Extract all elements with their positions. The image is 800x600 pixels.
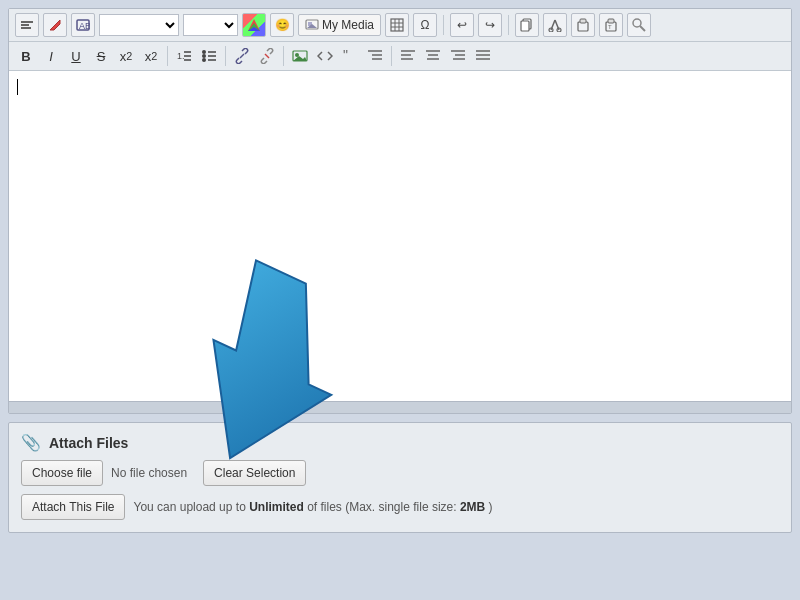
image-btn[interactable] — [289, 45, 311, 67]
svg-marker-3 — [50, 20, 60, 30]
svg-point-43 — [295, 53, 299, 57]
attach-row1: Choose file No file chosen Clear Selecti… — [21, 460, 779, 486]
editor-bottom-bar — [9, 401, 791, 413]
no-file-text: No file chosen — [111, 466, 187, 480]
editor-area[interactable] — [9, 71, 791, 401]
svg-rect-2 — [21, 27, 31, 29]
paperclip-icon: 📎 — [21, 433, 41, 452]
copy-btn[interactable] — [515, 13, 539, 37]
svg-text:T: T — [608, 24, 612, 30]
paste-text-btn[interactable]: T — [599, 13, 623, 37]
upload-info-suffix: ) — [489, 500, 493, 514]
redo-btn[interactable]: ↪ — [478, 13, 502, 37]
separator4 — [225, 46, 226, 66]
svg-rect-18 — [521, 21, 529, 31]
attach-title: 📎 Attach Files — [21, 433, 779, 452]
svg-point-28 — [633, 19, 641, 27]
separator3 — [167, 46, 168, 66]
svg-line-40 — [240, 54, 244, 58]
align-right-btn[interactable] — [447, 45, 469, 67]
find-btn[interactable] — [627, 13, 651, 37]
align-left-btn[interactable] — [397, 45, 419, 67]
choose-file-btn[interactable]: Choose file — [21, 460, 103, 486]
upload-limit: Unlimited — [249, 500, 304, 514]
size-select[interactable]: Size — [183, 14, 238, 36]
svg-rect-12 — [391, 19, 403, 31]
attach-file-btn[interactable]: Attach This File — [21, 494, 125, 520]
paste-btn[interactable] — [571, 13, 595, 37]
emoji-btn[interactable]: 😊 — [270, 13, 294, 37]
undo-btn[interactable]: ↩ — [450, 13, 474, 37]
spell-check-btn[interactable]: AB — [71, 13, 95, 37]
svg-marker-44 — [293, 56, 307, 61]
svg-point-35 — [202, 54, 206, 58]
editor-container: AB Font Size 😊 My Media Ω ↩ ↪ — [8, 8, 792, 414]
eraser-btn[interactable] — [43, 13, 67, 37]
ordered-list-btn[interactable]: 1. — [173, 45, 195, 67]
svg-point-34 — [202, 50, 206, 54]
separator5 — [283, 46, 284, 66]
table-btn[interactable] — [385, 13, 409, 37]
italic-btn[interactable]: I — [40, 45, 62, 67]
underline-btn[interactable]: U — [65, 45, 87, 67]
strikethrough-btn[interactable]: S — [90, 45, 112, 67]
my-media-btn[interactable]: My Media — [298, 14, 381, 36]
attach-title-text: Attach Files — [49, 435, 128, 451]
source-btn[interactable] — [15, 13, 39, 37]
cut-btn[interactable] — [543, 13, 567, 37]
svg-text:": " — [343, 48, 348, 63]
unordered-list-btn[interactable] — [198, 45, 220, 67]
svg-point-36 — [202, 58, 206, 62]
svg-text:AB: AB — [79, 21, 90, 31]
upload-size: 2MB — [460, 500, 485, 514]
indent-btn[interactable] — [364, 45, 386, 67]
blockquote-btn[interactable]: " — [339, 45, 361, 67]
svg-rect-26 — [608, 19, 614, 23]
special-char-btn[interactable]: Ω — [413, 13, 437, 37]
separator2 — [508, 15, 509, 35]
svg-rect-24 — [580, 19, 586, 23]
svg-line-29 — [640, 26, 645, 31]
superscript-btn[interactable]: x2 — [140, 45, 162, 67]
text-cursor — [17, 79, 18, 95]
svg-rect-1 — [21, 24, 29, 26]
clear-selection-btn[interactable]: Clear Selection — [203, 460, 306, 486]
bold-btn[interactable]: B — [15, 45, 37, 67]
toolbar-row1: AB Font Size 😊 My Media Ω ↩ ↪ — [9, 9, 791, 42]
align-center-btn[interactable] — [422, 45, 444, 67]
svg-line-41 — [265, 54, 269, 58]
color-btn[interactable] — [242, 13, 266, 37]
separator6 — [391, 46, 392, 66]
my-media-label: My Media — [322, 18, 374, 32]
attach-section: 📎 Attach Files Choose file No file chose… — [8, 422, 792, 533]
subscript-btn[interactable]: x2 — [115, 45, 137, 67]
font-select[interactable]: Font — [99, 14, 179, 36]
link-btn[interactable] — [231, 45, 253, 67]
unlink-btn[interactable] — [256, 45, 278, 67]
separator1 — [443, 15, 444, 35]
attach-row2: Attach This File You can upload up to Un… — [21, 494, 779, 520]
upload-info: You can upload up to Unlimited of files … — [133, 500, 492, 514]
code-btn[interactable] — [314, 45, 336, 67]
svg-text:1.: 1. — [177, 51, 185, 61]
upload-info-prefix: You can upload up to — [133, 500, 245, 514]
toolbar-row2: B I U S x2 x2 1. — [9, 42, 791, 71]
svg-rect-0 — [21, 21, 33, 23]
justify-btn[interactable] — [472, 45, 494, 67]
upload-info-middle: of files (Max. single file size: — [307, 500, 456, 514]
